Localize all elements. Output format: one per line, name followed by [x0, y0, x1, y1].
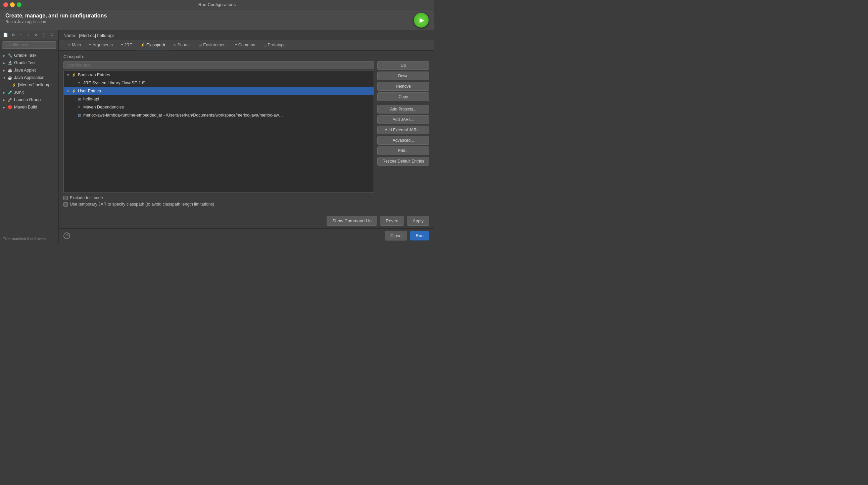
cp-item-hello-api[interactable]: ⊞ hello-api: [64, 95, 374, 103]
tree-item-merloc-hello-api[interactable]: ⚡ [MerLoc] hello-api: [0, 81, 58, 89]
tab-prototype-label: Prototype: [268, 42, 286, 47]
chevron-java-applet: ▶: [3, 68, 7, 72]
maximize-window-button[interactable]: [17, 2, 22, 7]
tab-common[interactable]: ≡ Common: [230, 40, 259, 50]
restore-default-btn[interactable]: Restore Default Entries: [377, 157, 429, 166]
tree-item-launch-group[interactable]: ▶ 🚀 Launch Group: [0, 96, 58, 104]
close-btn[interactable]: Close: [385, 231, 407, 240]
filter-input-container: [0, 40, 58, 50]
gradle-task-icon: 🔧: [7, 53, 13, 58]
maven-dependencies-icon: ≡: [76, 105, 82, 110]
tab-common-label: Common: [238, 42, 255, 47]
page-subheading: Run a Java application: [5, 20, 107, 24]
tab-main[interactable]: ⊙ Main: [63, 40, 85, 50]
tree-area: ▶ 🔧 Gradle Task ▶ 🔬 Gradle Test ▶ ☕ Java…: [0, 50, 58, 235]
up-btn[interactable]: Up: [377, 61, 429, 70]
hello-api-icon: ⊞: [76, 96, 82, 102]
bottom-bar: Show Command Lin Revert Apply: [59, 213, 434, 228]
chevron-maven-build: ▶: [3, 106, 7, 109]
filter-icon[interactable]: ▽: [48, 32, 55, 38]
common-tab-icon: ≡: [235, 43, 237, 47]
classpath-tab-icon: ⚡: [140, 43, 145, 47]
new-config-icon[interactable]: 📄: [2, 32, 9, 38]
exclude-test-code-checkbox[interactable]: [63, 196, 68, 200]
tree-label-java-application: Java Application: [14, 75, 44, 80]
down-btn[interactable]: Down: [377, 72, 429, 80]
gradle-test-icon: 🔬: [7, 60, 13, 65]
tree-item-java-application[interactable]: ▼ ☕ Java Application: [0, 74, 58, 81]
duplicate-config-icon[interactable]: ⧉: [10, 32, 17, 38]
run-icon: [414, 13, 429, 28]
tree-label-gradle-task: Gradle Task: [14, 53, 36, 58]
export-config-icon[interactable]: ↑: [18, 32, 24, 38]
classpath-left: ▼ ⚡ Bootstrap Entries ≡ JRE System Libra…: [63, 61, 374, 193]
cp-item-jre-system-lib[interactable]: ≡ JRE System Library [JavaSE-1.8]: [64, 79, 374, 87]
tree-item-gradle-test[interactable]: ▶ 🔬 Gradle Test: [0, 59, 58, 66]
classpath-filter-input[interactable]: [63, 61, 374, 69]
tab-source-label: Source: [178, 42, 191, 47]
tab-prototype[interactable]: ⊡ Prototype: [259, 40, 290, 50]
cp-label-hello-api: hello-api: [83, 97, 99, 102]
tab-source[interactable]: ✎ Source: [169, 40, 195, 50]
close-window-button[interactable]: [3, 2, 8, 7]
chevron-gradle-test: ▶: [3, 61, 7, 65]
add-jars-btn[interactable]: Add JARs...: [377, 115, 429, 124]
window-controls: [3, 2, 22, 7]
bootstrap-entries-icon: ⚡: [71, 72, 76, 78]
junit-icon: 🧪: [7, 90, 13, 95]
name-row: Name: [MerLoc] hello-api: [59, 30, 434, 40]
apply-btn[interactable]: Apply: [407, 216, 429, 226]
import-config-icon[interactable]: ↓: [25, 32, 32, 38]
cp-item-bootstrap-entries[interactable]: ▼ ⚡ Bootstrap Entries: [64, 71, 374, 79]
add-external-jars-btn[interactable]: Add External JARs...: [377, 125, 429, 134]
advanced-btn[interactable]: Advanced...: [377, 136, 429, 145]
help-icon[interactable]: ?: [63, 232, 70, 239]
environment-tab-icon: ⊞: [199, 43, 202, 47]
exclude-test-code-label: Exclude test code: [70, 196, 103, 200]
tab-jre-label: JRE: [124, 42, 132, 47]
cp-label-merloc-jar: merloc-aws-lambda-runtime-embedded.jar -…: [83, 113, 285, 118]
edit-btn[interactable]: Edit...: [377, 146, 429, 155]
delete-config-icon[interactable]: ✕: [33, 32, 40, 38]
user-entries-icon: ⚡: [71, 88, 76, 94]
cp-item-user-entries[interactable]: ▼ ⚡ User Entries: [64, 87, 374, 95]
page-heading: Create, manage, and run configurations: [5, 13, 107, 19]
tab-environment-label: Environment: [203, 42, 226, 47]
jre-tab-icon: ≡: [121, 43, 123, 47]
remove-btn[interactable]: Remove: [377, 82, 429, 91]
very-bottom: ? Close Run: [59, 228, 434, 242]
cp-item-merloc-jar[interactable]: ⊡ merloc-aws-lambda-runtime-embedded.jar…: [64, 111, 374, 119]
cp-item-maven-dependencies[interactable]: ≡ Maven Dependencies: [64, 103, 374, 111]
left-filter-input[interactable]: [2, 41, 56, 49]
chevron-junit: ▶: [3, 91, 7, 94]
tree-label-junit: JUnit: [14, 90, 24, 95]
collapse-all-icon[interactable]: ⊟: [41, 32, 47, 38]
tab-jre[interactable]: ≡ JRE: [117, 40, 136, 50]
run-btn[interactable]: Run: [410, 231, 429, 240]
classpath-right: Up Down Remove Copy Add Projects... Add …: [377, 61, 429, 193]
add-projects-btn[interactable]: Add Projects...: [377, 105, 429, 114]
tab-arguments[interactable]: ≡ Arguments: [85, 40, 117, 50]
show-command-line-btn[interactable]: Show Command Lin: [327, 216, 377, 226]
tree-item-maven-build[interactable]: ▶ 🔴 Maven Build: [0, 104, 58, 111]
use-temporary-jar-checkbox[interactable]: [63, 202, 68, 206]
revert-btn[interactable]: Revert: [380, 216, 404, 226]
left-toolbar: 📄 ⧉ ↑ ↓ ✕ ⊟ ▽: [0, 30, 58, 40]
tab-environment[interactable]: ⊞ Environment: [195, 40, 230, 50]
window-title: Run Configurations: [198, 2, 236, 7]
tab-classpath[interactable]: ⚡ Classpath: [136, 40, 169, 50]
name-value: [MerLoc] hello-api: [79, 33, 114, 38]
body-area: 📄 ⧉ ↑ ↓ ✕ ⊟ ▽ ▶ 🔧 Gradle Task ▶ 🔬: [0, 30, 434, 242]
minimize-window-button[interactable]: [10, 2, 15, 7]
chevron-user-entries: ▼: [66, 89, 70, 93]
copy-btn[interactable]: Copy: [377, 92, 429, 101]
cp-label-user-entries: User Entries: [78, 89, 101, 93]
chevron-java-application: ▼: [3, 76, 7, 80]
tree-label-java-applet: Java Applet: [14, 68, 36, 73]
tree-item-junit[interactable]: ▶ 🧪 JUnit: [0, 89, 58, 96]
left-panel: 📄 ⧉ ↑ ↓ ✕ ⊟ ▽ ▶ 🔧 Gradle Task ▶ 🔬: [0, 30, 59, 242]
tree-item-gradle-task[interactable]: ▶ 🔧 Gradle Task: [0, 52, 58, 59]
content-area: Classpath: ▼ ⚡ Bootstrap Entries: [59, 51, 434, 213]
source-tab-icon: ✎: [173, 43, 176, 47]
tree-item-java-applet[interactable]: ▶ ☕ Java Applet: [0, 66, 58, 74]
